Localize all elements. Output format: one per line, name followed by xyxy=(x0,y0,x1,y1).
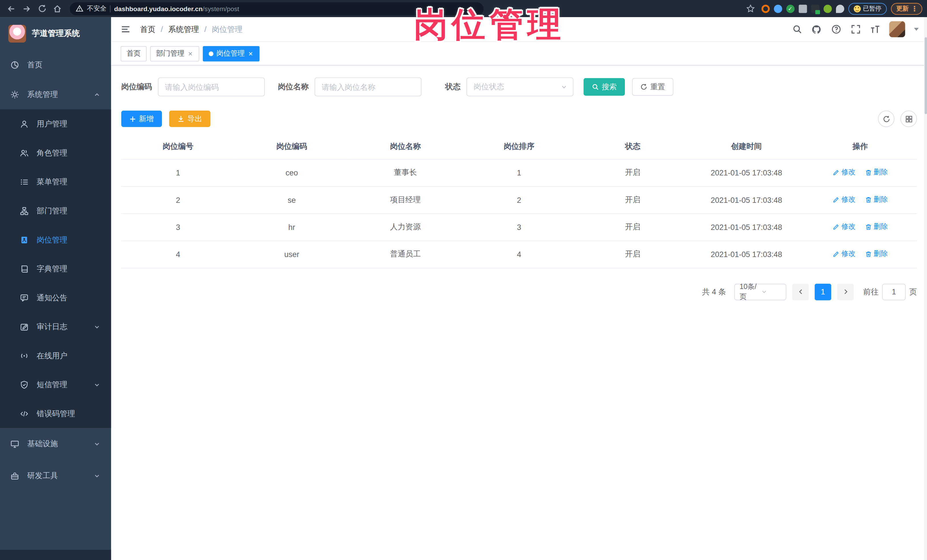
tab-home[interactable]: 首页 xyxy=(121,46,147,61)
chevron-down-icon xyxy=(560,83,567,90)
sidebar-item-user-mgmt[interactable]: 用户管理 xyxy=(0,109,111,138)
delete-link[interactable]: 删除 xyxy=(865,194,888,205)
pencil-icon xyxy=(833,169,840,176)
cell-time: 2021-01-05 17:03:48 xyxy=(690,240,803,268)
close-icon[interactable] xyxy=(248,50,254,56)
scrollbar-thumb[interactable] xyxy=(924,37,927,114)
search-button[interactable]: 搜索 xyxy=(584,78,625,96)
sidebar-item-sms-mgmt[interactable]: 短信管理 xyxy=(0,370,111,399)
help-icon[interactable] xyxy=(831,24,841,35)
extension-icon[interactable]: ✓ xyxy=(786,5,794,13)
tab-post-mgmt[interactable]: 岗位管理 xyxy=(203,46,260,61)
browser-menu-icon[interactable]: ⋮ xyxy=(911,5,917,13)
page-size-select[interactable]: 10条/页 xyxy=(734,284,786,300)
cell-id: 1 xyxy=(121,159,235,186)
sidebar-item-role-mgmt[interactable]: 角色管理 xyxy=(0,138,111,167)
sidebar-item-infrastructure[interactable]: 基础设施 xyxy=(0,428,111,460)
fullscreen-icon[interactable] xyxy=(850,24,861,35)
extension-icon[interactable] xyxy=(798,5,807,13)
close-icon[interactable] xyxy=(187,50,193,56)
security-label: 不安全 xyxy=(87,4,106,13)
edit-link[interactable]: 修改 xyxy=(833,249,856,259)
pencil-icon xyxy=(833,196,840,203)
sidebar-item-online-users[interactable]: 在线用户 xyxy=(0,341,111,370)
sidebar-item-menu-mgmt[interactable]: 菜单管理 xyxy=(0,167,111,196)
edit-link[interactable]: 修改 xyxy=(833,194,856,205)
bookmark-star-icon[interactable] xyxy=(744,2,757,15)
chevron-down-icon xyxy=(93,323,100,330)
sidebar-item-dev-tools[interactable]: 研发工具 xyxy=(0,460,111,492)
export-button-label: 导出 xyxy=(187,114,202,124)
refresh-icon[interactable] xyxy=(878,111,895,127)
extension-icon[interactable] xyxy=(836,5,844,13)
extension-icon[interactable] xyxy=(823,5,831,13)
user-icon xyxy=(20,120,28,128)
delete-link[interactable]: 删除 xyxy=(865,167,888,178)
add-button[interactable]: 新增 xyxy=(121,111,162,127)
trash-icon xyxy=(865,250,872,258)
post-code-input[interactable] xyxy=(158,77,265,96)
sidebar-item-dict-mgmt[interactable]: 字典管理 xyxy=(0,254,111,283)
home-icon[interactable] xyxy=(51,2,64,15)
forward-icon[interactable] xyxy=(20,2,33,15)
sidebar-item-label: 岗位管理 xyxy=(36,235,100,245)
export-button[interactable]: 导出 xyxy=(169,111,211,127)
cell-name: 董事长 xyxy=(349,159,462,186)
breadcrumb-system[interactable]: 系统管理 xyxy=(168,24,199,35)
post-name-input[interactable] xyxy=(315,77,421,96)
extension-icon[interactable] xyxy=(774,5,782,13)
caret-down-icon[interactable] xyxy=(914,28,919,30)
scrollbar-track[interactable] xyxy=(924,17,927,560)
edit-label: 修改 xyxy=(841,249,856,259)
font-size-icon[interactable] xyxy=(870,24,880,35)
sidebar-item-home[interactable]: 首页 xyxy=(0,50,111,80)
sidebar-item-notice[interactable]: 通知公告 xyxy=(0,283,111,313)
extension-icon[interactable] xyxy=(761,5,769,13)
page-number-1[interactable]: 1 xyxy=(815,284,831,300)
breadcrumb-home[interactable]: 首页 xyxy=(140,24,155,35)
sidebar-item-audit-log[interactable]: 审计日志 xyxy=(0,312,111,341)
update-button[interactable]: 更新 ⋮ xyxy=(891,3,922,14)
delete-link[interactable]: 删除 xyxy=(865,249,888,259)
next-page-button[interactable] xyxy=(837,284,854,300)
breadcrumb-separator: / xyxy=(204,25,207,34)
sidebar-item-label: 通知公告 xyxy=(36,292,100,303)
update-label: 更新 xyxy=(896,5,909,13)
sidebar-item-label: 字典管理 xyxy=(36,263,100,274)
status-select[interactable]: 岗位状态 xyxy=(467,77,573,96)
sidebar-item-label: 部门管理 xyxy=(36,205,100,216)
hamburger-icon[interactable] xyxy=(121,24,131,34)
message-bubble-icon xyxy=(20,294,28,302)
page-size-value: 10条/页 xyxy=(740,282,761,302)
app-title: 芋道管理系统 xyxy=(32,28,80,39)
app-logo-row[interactable]: 芋道管理系统 xyxy=(0,17,111,50)
reset-button[interactable]: 重置 xyxy=(632,78,673,96)
paused-badge[interactable]: 已暂停 xyxy=(848,3,887,14)
delete-label: 删除 xyxy=(874,249,888,259)
cell-time: 2021-01-05 17:03:48 xyxy=(690,186,803,213)
sidebar-item-label: 菜单管理 xyxy=(36,177,100,187)
sidebar-item-label: 错误码管理 xyxy=(36,408,100,419)
tab-dept-mgmt[interactable]: 部门管理 xyxy=(150,46,199,61)
goto-page-input[interactable] xyxy=(882,284,906,300)
extension-icon[interactable] xyxy=(811,5,819,13)
back-icon[interactable] xyxy=(5,2,18,15)
delete-link[interactable]: 删除 xyxy=(865,222,888,232)
github-icon[interactable] xyxy=(811,24,822,35)
sidebar-item-dept-mgmt[interactable]: 部门管理 xyxy=(0,196,111,225)
chevron-down-icon xyxy=(761,288,782,295)
sidebar-item-system-mgmt[interactable]: 系统管理 xyxy=(0,80,111,109)
total-count: 共 4 条 xyxy=(702,287,726,297)
broadcast-icon xyxy=(20,352,28,360)
edit-link[interactable]: 修改 xyxy=(833,222,856,232)
sidebar-item-post-mgmt[interactable]: 岗位管理 xyxy=(0,225,111,254)
avatar[interactable] xyxy=(889,21,905,37)
chevron-up-icon xyxy=(93,91,100,98)
reload-icon[interactable] xyxy=(35,2,49,15)
prev-page-button[interactable] xyxy=(792,284,809,300)
tab-label: 首页 xyxy=(126,49,141,58)
sidebar-item-errcode-mgmt[interactable]: 错误码管理 xyxy=(0,399,111,428)
column-settings-icon[interactable] xyxy=(900,111,917,127)
search-icon[interactable] xyxy=(792,24,802,35)
edit-link[interactable]: 修改 xyxy=(833,167,856,178)
